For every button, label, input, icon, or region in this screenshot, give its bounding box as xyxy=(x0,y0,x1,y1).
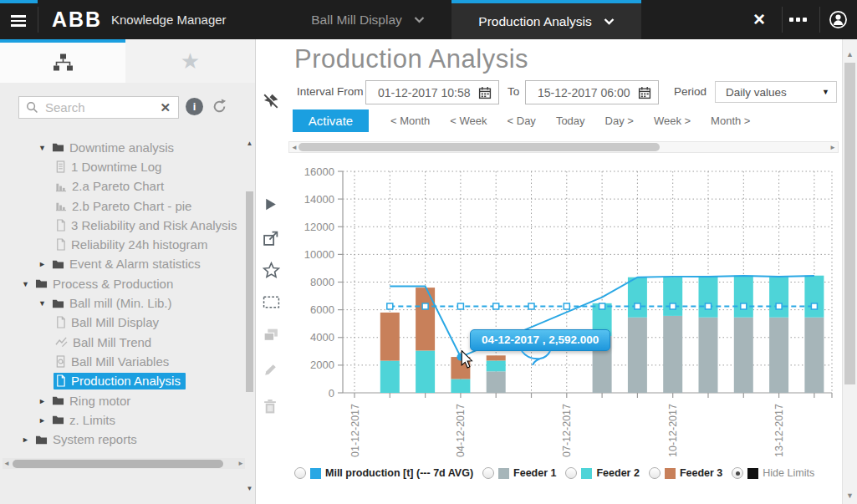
activate-button[interactable]: Activate xyxy=(293,109,369,132)
search-input[interactable]: Search ✕ xyxy=(18,96,179,119)
tree-item-body[interactable]: Ball Mill Trend xyxy=(54,334,156,351)
refresh-icon[interactable] xyxy=(211,98,228,115)
tree-item-event-alarm-statistics[interactable]: ►Event & Alarm statistics xyxy=(0,255,244,274)
user-account-icon[interactable] xyxy=(828,9,849,30)
edit-icon[interactable] xyxy=(263,362,281,380)
tree-item-body[interactable]: Event & Alarm statistics xyxy=(50,256,206,272)
nav-day[interactable]: Day > xyxy=(605,115,634,127)
tree-item-2-b-pareto-chart-pie[interactable]: 2.b Pareto Chart - pie xyxy=(0,196,244,216)
expand-arrow-icon[interactable]: ► xyxy=(22,435,33,444)
collapse-arrow-icon[interactable]: ▼ xyxy=(22,280,33,288)
layers-icon[interactable] xyxy=(263,327,281,345)
open-external-icon[interactable] xyxy=(263,230,281,248)
close-icon[interactable]: × xyxy=(753,10,765,28)
tree-item-body[interactable]: 1 Downtime Log xyxy=(54,159,166,176)
legend-radio[interactable] xyxy=(565,467,577,479)
production-chart[interactable]: 020004000600080001000012000140001600001-… xyxy=(288,157,840,468)
tree-item-body[interactable]: z. Limits xyxy=(50,412,120,429)
tree-item-body[interactable]: System reports xyxy=(33,431,142,448)
tree-item-system-reports[interactable]: ►System reports xyxy=(0,430,244,449)
tab-ball-mill-display[interactable]: Ball Mill Display xyxy=(288,0,447,39)
scroll-right-arrow[interactable]: ► xyxy=(829,144,836,151)
favorite-icon[interactable] xyxy=(263,262,281,280)
tree-item-2-a-pareto-chart[interactable]: 2.a Pareto Chart xyxy=(0,177,244,196)
scroll-up-arrow[interactable]: ▲ xyxy=(245,140,254,147)
tree-item-ring-motor[interactable]: ►Ring motor xyxy=(0,391,244,410)
tree-item-body[interactable]: Reliability 24h histogram xyxy=(54,237,212,253)
chart-horizontal-scrollbar[interactable]: ◄ ► xyxy=(288,141,839,153)
tree-item-3-reliability-and-risk-analysis[interactable]: 3 Reliability and Risk Analysis xyxy=(0,216,244,235)
tree-item-ball-mill-variables[interactable]: Ball Mill Variables xyxy=(0,352,244,371)
tree-item-body[interactable]: 2.b Pareto Chart - pie xyxy=(54,198,196,215)
snapshot-icon[interactable] xyxy=(263,295,281,313)
delete-icon[interactable] xyxy=(263,399,281,417)
clear-search-icon[interactable]: ✕ xyxy=(160,100,171,115)
tab-production-analysis[interactable]: Production Analysis xyxy=(451,0,641,39)
tree-item-downtime-analysis[interactable]: ▼Downtime analysis xyxy=(0,138,244,157)
expand-arrow-icon[interactable]: ► xyxy=(38,260,50,268)
interval-from-field[interactable] xyxy=(365,80,499,104)
tree-item-1-downtime-log[interactable]: 1 Downtime Log xyxy=(0,157,244,176)
scroll-left-arrow[interactable]: ◄ xyxy=(291,144,298,151)
tree-item-z-limits[interactable]: ►z. Limits xyxy=(0,410,244,430)
tree-item-body[interactable]: 3 Reliability and Risk Analysis xyxy=(54,217,242,234)
tree-item-body[interactable]: Ring motor xyxy=(50,393,135,410)
tree-horizontal-scrollbar[interactable]: ◄ ► xyxy=(3,458,245,469)
nav-day[interactable]: < Day xyxy=(508,115,536,127)
scrollbar-thumb[interactable] xyxy=(298,143,660,151)
expand-arrow-icon[interactable]: ► xyxy=(38,397,50,405)
scroll-right-arrow[interactable]: ► xyxy=(237,460,244,467)
scroll-down-arrow[interactable]: ▼ xyxy=(245,485,254,492)
more-options-icon[interactable] xyxy=(789,18,807,22)
tree-item-body[interactable]: Production Analysis xyxy=(54,373,186,389)
legend-item-mill-production-t-7d-avg-[interactable]: Mill production [t] (--- 7d AVG) xyxy=(294,467,473,479)
legend-item-hide-limits[interactable]: Hide Limits xyxy=(732,467,814,479)
legend-item-feeder-2[interactable]: Feeder 2 xyxy=(565,467,639,479)
period-select[interactable]: Daily values ▼ xyxy=(715,81,837,103)
tree-item-body[interactable]: Downtime analysis xyxy=(50,140,179,156)
nav-month[interactable]: Month > xyxy=(711,115,750,127)
tab-tree-view[interactable] xyxy=(0,39,125,83)
tree-item-production-analysis[interactable]: Production Analysis xyxy=(0,372,244,391)
scrollbar-thumb[interactable] xyxy=(13,460,223,468)
legend-radio[interactable] xyxy=(732,467,743,479)
legend-item-feeder-3[interactable]: Feeder 3 xyxy=(649,467,722,479)
collapse-arrow-icon[interactable]: ▼ xyxy=(38,144,50,152)
legend-radio[interactable] xyxy=(649,467,661,479)
tree-item-body[interactable]: Ball Mill Display xyxy=(54,314,164,331)
legend-radio[interactable] xyxy=(294,467,306,479)
nav-today[interactable]: Today xyxy=(556,115,585,127)
interval-to-field[interactable] xyxy=(525,80,659,104)
tree-item-ball-mill-display[interactable]: Ball Mill Display xyxy=(0,313,244,333)
interval-from-value[interactable] xyxy=(376,85,478,100)
tree-item-reliability-24h-histogram[interactable]: Reliability 24h histogram xyxy=(0,235,244,254)
tree-vertical-scrollbar[interactable]: ▲ ▼ xyxy=(245,140,254,492)
play-icon[interactable] xyxy=(263,196,281,215)
expand-arrow-icon[interactable]: ► xyxy=(38,416,50,425)
tree-item-ball-mill-trend[interactable]: Ball Mill Trend xyxy=(0,333,244,352)
scrollbar-thumb[interactable] xyxy=(246,191,253,392)
info-icon[interactable]: i xyxy=(186,98,203,115)
interval-to-value[interactable] xyxy=(536,85,638,100)
legend-radio[interactable] xyxy=(482,467,494,479)
calendar-icon[interactable] xyxy=(638,86,651,99)
main-menu-button[interactable] xyxy=(0,0,38,39)
tree-item-body[interactable]: Ball Mill Variables xyxy=(54,354,174,370)
nav-week[interactable]: < Week xyxy=(450,115,487,127)
tree-item-body[interactable]: Ball mill (Min. Lib.) xyxy=(50,295,177,312)
tree-item-body[interactable]: 2.a Pareto Chart xyxy=(54,178,169,195)
tree-item-process-production[interactable]: ▼Process & Production xyxy=(0,274,244,293)
legend-item-feeder-1[interactable]: Feeder 1 xyxy=(482,467,556,479)
nav-week[interactable]: Week > xyxy=(654,115,691,127)
collapse-arrow-icon[interactable]: ▼ xyxy=(38,299,50,308)
unpin-icon[interactable] xyxy=(263,93,281,111)
tree-item-body[interactable]: Process & Production xyxy=(33,276,178,293)
scroll-left-arrow[interactable]: ◄ xyxy=(3,460,10,467)
page-vertical-scrollbar[interactable]: ▲ ▼ xyxy=(842,39,857,504)
scroll-up-arrow[interactable]: ▲ xyxy=(843,50,857,59)
tree-item-ball-mill-min-lib-[interactable]: ▼Ball mill (Min. Lib.) xyxy=(0,293,244,313)
calendar-icon[interactable] xyxy=(478,86,492,99)
nav-month[interactable]: < Month xyxy=(390,115,430,127)
scrollbar-thumb[interactable] xyxy=(844,63,855,384)
scroll-down-arrow[interactable]: ▼ xyxy=(843,491,857,500)
